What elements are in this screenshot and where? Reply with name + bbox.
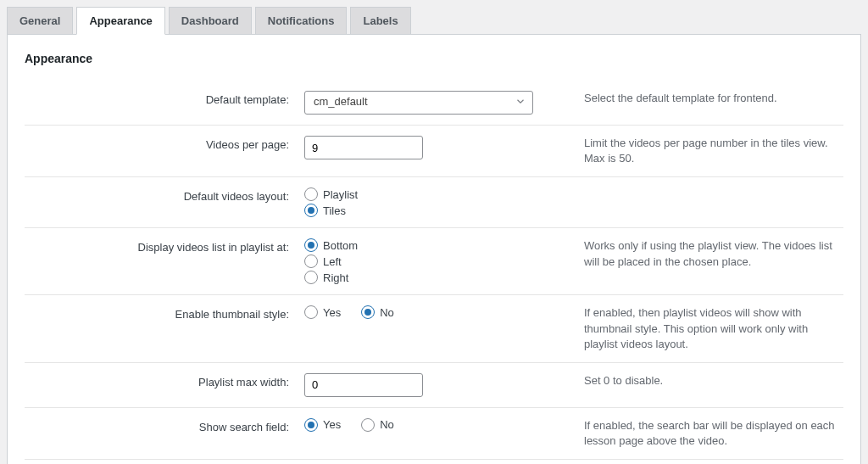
listat-right-radio[interactable] (304, 271, 318, 284)
row-playlist-width: Playlist max width: Set 0 to disable. (25, 363, 843, 408)
listat-bottom-radio[interactable] (304, 238, 318, 252)
search-no-option[interactable]: No (361, 418, 394, 432)
default-template-desc: Select the default template for frontend… (559, 91, 843, 106)
tab-dashboard[interactable]: Dashboard (169, 7, 252, 34)
layout-tiles-option[interactable]: Tiles (304, 204, 559, 217)
default-template-select[interactable]: cm_default (304, 91, 533, 115)
videos-per-page-input[interactable] (304, 136, 423, 159)
playlist-width-input[interactable] (304, 373, 423, 397)
thumbnail-yes-radio[interactable] (304, 305, 318, 319)
display-list-at-desc: Works only if using the playlist view. T… (559, 238, 843, 269)
enable-thumbnail-desc: If enabled, then playlist videos will sh… (559, 305, 843, 352)
thumbnail-no-text: No (380, 306, 394, 319)
listat-left-radio[interactable] (304, 254, 318, 268)
layout-playlist-text: Playlist (323, 188, 358, 201)
tab-general[interactable]: General (7, 7, 73, 34)
search-yes-option[interactable]: Yes (304, 418, 341, 432)
layout-tiles-radio[interactable] (304, 204, 318, 217)
row-show-links: Show links bar: Yes No If enabled, the l… (25, 460, 843, 464)
row-display-list-at: Display videos list in playlist at: Bott… (25, 228, 843, 295)
playlist-width-label: Playlist max width: (25, 373, 304, 389)
display-list-at-label: Display videos list in playlist at: (25, 238, 304, 254)
tab-labels[interactable]: Labels (350, 7, 410, 34)
layout-tiles-text: Tiles (323, 204, 346, 217)
panel-title: Appearance (25, 52, 843, 65)
search-yes-radio[interactable] (304, 418, 318, 432)
row-show-search: Show search field: Yes No If enabled, th… (25, 408, 843, 460)
tabs-bar: General Appearance Dashboard Notificatio… (7, 7, 861, 35)
show-search-desc: If enabled, the search bar will be displ… (559, 418, 843, 449)
search-no-text: No (380, 418, 394, 431)
playlist-width-desc: Set 0 to disable. (559, 373, 843, 389)
row-default-template: Default template: cm_default Select the … (25, 81, 843, 126)
row-videos-per-page: Videos per page: Limit the videos per pa… (25, 126, 843, 177)
thumbnail-yes-option[interactable]: Yes (304, 305, 341, 319)
appearance-panel: Appearance Default template: cm_default … (7, 35, 861, 464)
tab-appearance[interactable]: Appearance (76, 7, 164, 35)
thumbnail-yes-text: Yes (323, 306, 341, 319)
listat-bottom-option[interactable]: Bottom (304, 238, 559, 252)
listat-right-option[interactable]: Right (304, 271, 559, 284)
default-layout-label: Default videos layout: (25, 187, 304, 203)
settings-page: General Appearance Dashboard Notificatio… (0, 0, 868, 464)
tab-notifications[interactable]: Notifications (255, 7, 348, 34)
layout-playlist-option[interactable]: Playlist (304, 187, 559, 201)
thumbnail-no-radio[interactable] (361, 305, 375, 319)
show-search-label: Show search field: (25, 418, 304, 433)
listat-bottom-text: Bottom (323, 239, 358, 252)
listat-left-text: Left (323, 255, 342, 268)
layout-playlist-radio[interactable] (304, 187, 318, 201)
enable-thumbnail-label: Enable thumbnail style: (25, 305, 304, 321)
videos-per-page-label: Videos per page: (25, 136, 304, 151)
row-default-layout: Default videos layout: Playlist Tiles (25, 177, 843, 228)
videos-per-page-desc: Limit the videos per page number in the … (559, 136, 843, 166)
listat-right-text: Right (323, 271, 348, 284)
search-no-radio[interactable] (361, 418, 375, 432)
listat-left-option[interactable]: Left (304, 254, 559, 268)
row-enable-thumbnail: Enable thumbnail style: Yes No If enable… (25, 295, 843, 363)
thumbnail-no-option[interactable]: No (361, 305, 394, 319)
default-template-label: Default template: (25, 91, 304, 106)
search-yes-text: Yes (323, 418, 341, 431)
